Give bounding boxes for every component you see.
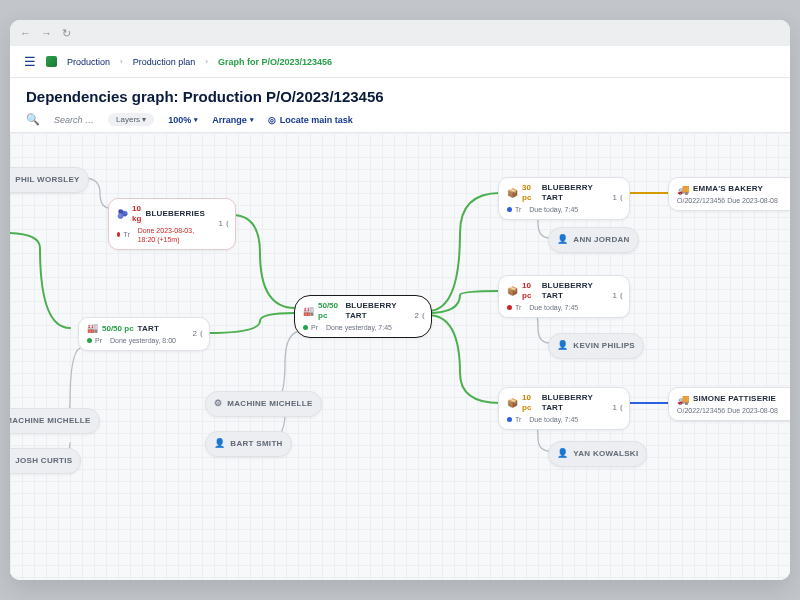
search-input[interactable]: Search … (54, 115, 94, 125)
expand-icon[interactable]: ⦅ (226, 219, 229, 229)
app-window: ← → ↻ ☰ Production › Production plan › G… (10, 20, 790, 580)
target-icon: ◎ (268, 115, 276, 125)
truck-icon: 🚚 (677, 393, 689, 406)
factory-icon: 🏭 (87, 323, 98, 335)
person-michelle[interactable]: 👤MACHINE MICHELLE (10, 408, 100, 434)
task-bt-3[interactable]: 📦10 pcBLUEBERRY TART Tr Due today, 7:45 … (498, 387, 630, 430)
crumb-production[interactable]: Production (67, 57, 110, 67)
expand-icon[interactable]: ⦅ (620, 403, 623, 413)
person-josh[interactable]: 👤JOSH CURTIS (10, 448, 81, 474)
task-bt-1[interactable]: 📦30 pcBLUEBERRY TART Tr Due today, 7:45 … (498, 177, 630, 220)
person-ann[interactable]: 👤ANN JORDAN (548, 227, 639, 253)
dest-simone[interactable]: 🚚SIMONE PATTISERIE O/2022/123456 Due 202… (668, 387, 790, 421)
box-icon: 📦 (507, 398, 518, 410)
box-icon: 📦 (507, 286, 518, 298)
dest-emma[interactable]: 🚚EMMA'S BAKERY O/2022/123456 Due 2023-08… (668, 177, 790, 211)
locate-button[interactable]: ◎Locate main task (268, 115, 353, 125)
person-kevin[interactable]: 👤KEVIN PHILIPS (548, 333, 644, 359)
task-blueberries[interactable]: 🫐10 kgBLUEBERRIES Tr Done 2023-08-03, 18… (108, 198, 236, 250)
expand-icon[interactable]: ⦅ (620, 291, 623, 301)
truck-icon: 🚚 (677, 183, 689, 196)
expand-icon[interactable]: ⦅ (620, 193, 623, 203)
breadcrumb: ☰ Production › Production plan › Graph f… (10, 46, 790, 78)
menu-icon[interactable]: ☰ (24, 54, 36, 69)
person-icon: 👤 (214, 438, 225, 450)
zoom-dropdown[interactable]: 100%▾ (168, 115, 198, 125)
person-yan[interactable]: 👤YAN KOWALSKI (548, 441, 647, 467)
back-icon[interactable]: ← (20, 27, 31, 39)
person-icon: 👤 (557, 448, 568, 460)
person-machine-michelle[interactable]: ⚙MACHINE MICHELLE (205, 391, 322, 417)
person-phil[interactable]: 👤PHIL WORSLEY (10, 167, 89, 193)
search-icon[interactable]: 🔍 (26, 113, 40, 126)
browser-toolbar: ← → ↻ (10, 20, 790, 46)
crumb-current[interactable]: Graph for P/O/2023/123456 (218, 57, 332, 67)
task-tart[interactable]: 🏭50/50 pcTART Pr Done yesterday, 8:00 2⦅ (78, 317, 210, 351)
layers-dropdown[interactable]: Layers ▾ (108, 113, 154, 126)
task-main-blueberry-tart[interactable]: 🏭50/50 pcBLUEBERRY TART Pr Done yesterda… (294, 295, 432, 338)
logo-icon[interactable] (46, 56, 57, 67)
chevron-right-icon: › (205, 57, 208, 66)
box-icon: 📦 (507, 188, 518, 200)
forward-icon[interactable]: → (41, 27, 52, 39)
berry-icon: 🫐 (117, 209, 128, 221)
graph-toolbar: 🔍 Search … Layers ▾ 100%▾ Arrange▾ ◎Loca… (26, 113, 774, 126)
person-bart[interactable]: 👤BART SMITH (205, 431, 292, 457)
crumb-plan[interactable]: Production plan (133, 57, 196, 67)
chevron-right-icon: › (120, 57, 123, 66)
graph-canvas[interactable]: 👤PHIL WORSLEY 👤MACHINE MICHELLE 👤JOSH CU… (10, 133, 790, 580)
arrange-dropdown[interactable]: Arrange▾ (212, 115, 254, 125)
task-bt-2[interactable]: 📦10 pcBLUEBERRY TART Tr Due today, 7:45 … (498, 275, 630, 318)
page-header: Dependencies graph: Production P/O/2023/… (10, 78, 790, 133)
expand-icon[interactable]: ⦅ (200, 329, 203, 339)
expand-icon[interactable]: ⦅ (422, 311, 425, 321)
gear-icon: ⚙ (214, 398, 222, 410)
factory-icon: 🏭 (303, 306, 314, 318)
page-title: Dependencies graph: Production P/O/2023/… (26, 88, 774, 105)
person-icon: 👤 (557, 234, 568, 246)
reload-icon[interactable]: ↻ (62, 27, 71, 40)
person-icon: 👤 (557, 340, 568, 352)
